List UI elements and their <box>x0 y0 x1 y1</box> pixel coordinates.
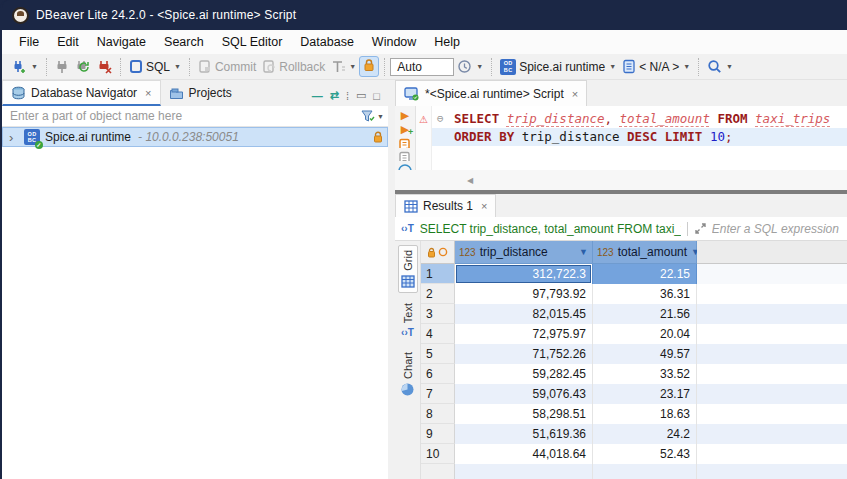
grid-row-10[interactable]: 1044,018.6452.43 <box>421 444 847 464</box>
object-filter-input[interactable]: Enter a part of object name here ▼ <box>2 106 388 127</box>
cell-total_amount[interactable]: 22.15 <box>593 264 697 284</box>
cell-total_amount[interactable]: 49.57 <box>593 344 697 364</box>
search-button[interactable]: ▼ <box>704 57 736 76</box>
tab-projects[interactable]: Projects <box>161 80 240 106</box>
cell-trip_distance[interactable]: 71,752.26 <box>455 344 593 364</box>
menu-navigate[interactable]: Navigate <box>88 32 155 52</box>
menu-file[interactable]: File <box>10 32 48 52</box>
menu-edit[interactable]: Edit <box>48 32 88 52</box>
cell-total_amount[interactable]: 36.31 <box>593 284 697 304</box>
chevron-down-icon[interactable]: ▼ <box>726 63 733 70</box>
row-number-cell[interactable]: 10 <box>421 444 455 464</box>
cell-total_amount[interactable]: 23.17 <box>593 384 697 404</box>
rollback-button[interactable]: Rollback <box>259 57 328 76</box>
presentation-tab-grid[interactable]: Grid <box>398 245 418 293</box>
editor-horizontal-scrollbar[interactable]: ◀ <box>395 170 847 190</box>
sql-line-1[interactable]: ⊖SELECT trip_distance, total_amount FROM… <box>432 110 847 128</box>
execute-statement-icon[interactable]: ▶ <box>401 110 409 121</box>
cell-total_amount[interactable]: 21.56 <box>593 304 697 324</box>
row-number-cell[interactable]: 8 <box>421 404 455 424</box>
grid-row-7[interactable]: 759,076.4323.17 <box>421 384 847 404</box>
execute-script-icon[interactable] <box>398 138 412 148</box>
column-header-trip_distance[interactable]: 123trip_distance▼ <box>455 241 593 264</box>
grid-corner-cell[interactable] <box>421 241 455 264</box>
active-database-selector[interactable]: < N/A > ▼ <box>619 57 693 76</box>
grid-row-6[interactable]: 659,282.4533.52 <box>421 364 847 384</box>
cell-trip_distance[interactable]: 44,018.64 <box>455 444 593 464</box>
tree-item-connection[interactable]: › ODBC Spice.ai runtime - 10.0.0.238:500… <box>2 127 388 147</box>
row-number-cell[interactable]: 4 <box>421 324 455 344</box>
presentation-tab-chart[interactable]: Chart <box>399 348 416 400</box>
filter-funnel-icon[interactable] <box>360 109 376 123</box>
execute-new-tab-icon[interactable]: ▶ <box>401 124 409 135</box>
chevron-down-icon[interactable]: ▼ <box>377 113 384 120</box>
row-number-cell[interactable]: 7 <box>421 384 455 404</box>
row-number-cell[interactable]: 1 <box>421 264 455 284</box>
row-number-cell[interactable]: 9 <box>421 424 455 444</box>
cell-trip_distance[interactable]: 82,015.45 <box>455 304 593 324</box>
new-connection-button[interactable]: ▼ <box>8 57 41 77</box>
chevron-down-icon[interactable]: ▼ <box>349 63 356 70</box>
grid-row-5[interactable]: 571,752.2649.57 <box>421 344 847 364</box>
sql-line-2[interactable]: ORDER BY trip_distance DESC LIMIT 10; <box>432 128 847 146</box>
row-number-cell[interactable]: 5 <box>421 344 455 364</box>
cell-total_amount[interactable]: 18.63 <box>593 404 697 424</box>
maximize-icon[interactable]: □ <box>373 90 380 102</box>
tab-results-1[interactable]: Results 1 × <box>395 194 496 217</box>
cell-total_amount[interactable]: 52.43 <box>593 444 697 464</box>
minimize-icon[interactable]: ▭ <box>356 89 366 102</box>
reconnect-button[interactable] <box>72 57 94 77</box>
disconnect-button[interactable] <box>94 57 115 77</box>
restore-panel-icon[interactable]: ⇄ <box>330 89 339 102</box>
scroll-left-icon[interactable]: ◀ <box>467 176 473 185</box>
transaction-history-button[interactable]: ▼ <box>454 57 486 76</box>
editor-text-area[interactable]: ⊖SELECT trip_distance, total_amount FROM… <box>432 106 847 170</box>
tab-sql-script[interactable]: *<Spice.ai runtime> Script × <box>395 80 587 106</box>
close-icon[interactable]: × <box>572 88 578 100</box>
commit-button[interactable]: Commit <box>195 57 259 76</box>
cell-trip_distance[interactable]: 58,298.51 <box>455 404 593 424</box>
expander-icon[interactable]: › <box>9 130 19 145</box>
cell-trip_distance[interactable]: 51,619.36 <box>455 424 593 444</box>
cell-total_amount[interactable]: 20.04 <box>593 324 697 344</box>
grid-row-8[interactable]: 858,298.5118.63 <box>421 404 847 424</box>
cell-trip_distance[interactable]: 312,722.3 <box>455 264 593 284</box>
chevron-down-icon[interactable]: ▼ <box>683 63 690 70</box>
cell-trip_distance[interactable]: 97,793.92 <box>455 284 593 304</box>
grid-row-2[interactable]: 297,793.9236.31 <box>421 284 847 304</box>
view-menu-icon[interactable]: ⁞ <box>346 90 349 102</box>
grid-row-4[interactable]: 472,975.9720.04 <box>421 324 847 344</box>
row-number-cell[interactable]: 2 <box>421 284 455 304</box>
connect-button[interactable] <box>52 57 72 77</box>
script-options-icon[interactable] <box>398 151 412 161</box>
close-icon[interactable]: × <box>145 87 151 99</box>
close-icon[interactable]: × <box>481 200 487 212</box>
autocommit-combo[interactable]: Auto <box>390 58 454 76</box>
expand-icon[interactable] <box>694 222 706 235</box>
presentation-tab-text[interactable]: Text ‹›T <box>399 299 416 342</box>
tab-database-navigator[interactable]: Database Navigator × <box>2 80 161 106</box>
connection-readonly-toggle[interactable] <box>359 56 379 77</box>
transaction-log-button[interactable]: ▼ <box>328 57 359 76</box>
cell-trip_distance[interactable]: 72,975.97 <box>455 324 593 344</box>
menu-window[interactable]: Window <box>363 32 425 52</box>
column-header-total_amount[interactable]: 123total_amount▼ <box>593 241 697 264</box>
cell-total_amount[interactable]: 33.52 <box>593 364 697 384</box>
chevron-down-icon[interactable]: ▼ <box>31 63 38 70</box>
active-connection-selector[interactable]: ODBC Spice.ai runtime ▼ <box>497 57 619 77</box>
fold-collapse-icon[interactable]: ⊖ <box>437 110 444 128</box>
menu-help[interactable]: Help <box>425 32 469 52</box>
menu-sql-editor[interactable]: SQL Editor <box>213 32 292 52</box>
result-grid[interactable]: 123trip_distance▼123total_amount▼1312,72… <box>421 241 847 479</box>
cell-total_amount[interactable]: 24.2 <box>593 424 697 444</box>
results-filter-bar[interactable]: ‹›T SELECT trip_distance, total_amount F… <box>395 217 847 241</box>
menu-database[interactable]: Database <box>291 32 363 52</box>
cell-trip_distance[interactable]: 59,282.45 <box>455 364 593 384</box>
chevron-down-icon[interactable]: ▼ <box>609 63 616 70</box>
panel-sash[interactable] <box>388 80 395 479</box>
minimize-panel-icon[interactable]: — <box>312 90 323 102</box>
grid-row-9[interactable]: 951,619.3624.2 <box>421 424 847 444</box>
grid-row-1[interactable]: 1312,722.322.15 <box>421 264 847 284</box>
menu-search[interactable]: Search <box>155 32 213 52</box>
sql-editor-button[interactable]: SQL ▼ <box>126 57 184 76</box>
